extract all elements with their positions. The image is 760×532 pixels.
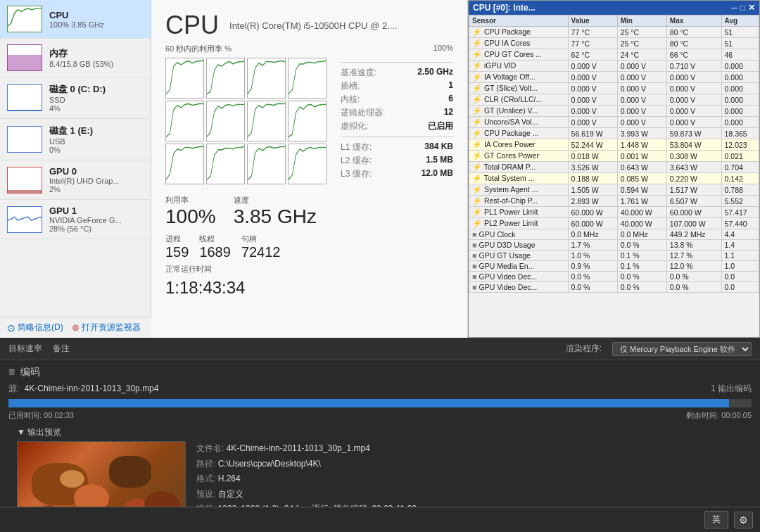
cpu-info: CPU 100% 3.85 GHz [49,10,144,29]
prohibit-icon: ⊗ [72,322,80,333]
thunder-icon: ⚡ [472,129,482,137]
cpu-stats-main: 利用率 100% 速度 3.85 GHz [165,195,327,228]
thread-label: 线程 [199,234,231,244]
render-select[interactable]: 仅 Mercury Playback Engine 软件 [612,342,752,356]
hwinfo-cell-name: ■ GPU GT Usage [469,251,569,261]
disk0-item[interactable]: 磁盘 0 (C: D:) SSD 4% [0,77,151,119]
hwinfo-cell-name: ⚡ PL1 Power Limit [469,207,569,218]
cpu-core-3 [288,58,327,99]
hwinfo-cell-v1: 1.0 % [568,251,617,261]
thunder-icon: ⚡ [472,118,482,126]
handle-stat: 句柄 72412 [241,234,281,260]
hwinfo-cell-v1: 0.000 V [568,94,617,106]
thunder-icon: ⚡ [472,106,482,115]
cpu-item[interactable]: CPU 100% 3.85 GHz [0,0,151,39]
hwinfo-cell-v2: 0.643 W [617,162,666,173]
hwinfo-cell-v4: 0.000 [721,83,759,94]
hwinfo-cell-v4: 51 [721,38,759,49]
open-monitor-button[interactable]: ⊗ 打开资源监视器 [72,322,141,334]
hwinfo-cell-v4: 0.000 [721,94,759,106]
hwinfo-cell-name: ■ GPU Media En... [469,261,569,272]
premiere-bottom-bar: 英 ⚙ [0,507,760,532]
hwinfo-cell-name: ⚡ CPU GT Cores ... [469,49,569,61]
hwinfo-cell-v4: 57.440 [721,218,759,229]
gpu1-label: GPU 1 [49,205,144,216]
maximize-icon[interactable]: □ [740,3,745,13]
hwinfo-cell-v3: 0.0 % [666,282,721,293]
hwinfo-cell-v3: 13.8 % [666,240,721,251]
hwinfo-row: ⚡ IA Cores Power 52.244 W 1.448 W 53.804… [469,139,759,151]
hwinfo-row: ⚡ CLR (CRo/LLC/... 0.000 V 0.000 V 0.000… [469,94,759,106]
hwinfo-cell-v1: 52.244 W [568,139,617,151]
settings-button[interactable]: ⚙ [734,512,753,528]
hwinfo-cell-v4: 0.704 [721,162,759,173]
hwinfo-cell-v2: 0.0 % [617,282,666,293]
cpu-core-0 [165,58,204,99]
grey-icon: ■ [472,272,477,281]
gpu1-item[interactable]: GPU 1 NVIDIA GeForce G... 28% (56 °C) [0,200,151,239]
brief-info-button[interactable]: ⊙ 简略信息(D) [7,322,63,334]
hwinfo-cell-name: ⚡ Total DRAM P... [469,162,569,173]
thread-value: 1689 [199,244,231,260]
mem-sub: 8.4/15.8 GB (53%) [49,60,144,68]
hwinfo-cell-v2: 0.000 V [617,83,666,94]
hwinfo-title: CPU [#0]: Inte... [473,3,536,13]
encode-title: 编码 [20,366,40,379]
cpu-core-9 [206,144,245,184]
hwinfo-row: ⚡ System Agent ... 1.505 W 0.594 W 1.517… [469,184,759,196]
hwinfo-cell-v4: 5.552 [721,196,759,207]
l2-row: L2 缓存: 1.5 MB [341,155,453,167]
cpu-label: CPU [49,10,144,20]
output-count: 1 输出编码 [711,383,752,395]
hwinfo-cell-v1: 0.000 V [568,61,617,72]
hwinfo-cell-v4: 18.365 [721,128,759,139]
thunder-icon: ⚡ [472,219,482,227]
hwinfo-cell-name: ⚡ GT Cores Power [469,151,569,162]
lang-button[interactable]: 英 [704,511,728,528]
l1-row: L1 缓存: 384 KB [341,141,453,153]
col-max: Max [666,15,721,27]
hwinfo-cell-v2: 3.993 W [617,128,666,139]
memory-item[interactable]: 内存 8.4/15.8 GB (53%) [0,39,151,77]
hwinfo-cell-v1: 77 °C [568,27,617,38]
render-select-wrapper: 仅 Mercury Playback Engine 软件 [612,342,752,356]
hwinfo-cell-v3: 60.000 W [666,207,721,218]
hwinfo-cell-v1: 56.619 W [568,128,617,139]
base-speed-label: 基准速度: [341,67,376,79]
hwinfo-cell-name: ⚡ GT (Slice) Volt... [469,83,569,94]
mem-label: 内存 [49,47,144,60]
source-label: 源: 4K-Chimei-inn-2011-1013_30p.mp4 [8,383,158,395]
hwinfo-cell-v4: 4.4 [721,229,759,240]
hwinfo-cell-v2: 40.000 W [617,218,666,229]
grey-icon: ■ [472,230,477,239]
path-value: C:\Users\cpcw\Desktop\4K\ [218,459,321,469]
hwinfo-cell-v4: 0.000 [721,61,759,72]
hwinfo-cell-v2: 24 °C [617,49,666,61]
col-avg: Avg [721,15,759,27]
hwinfo-row: ■ GPU D3D Usage 1.7 % 0.0 % 13.8 % 1.4 [469,240,759,251]
hwinfo-cell-v2: 0.0 % [617,272,666,282]
minimize-icon[interactable]: ─ [731,3,737,13]
cpu-detail-panel: CPU Intel(R) Core(TM) i5-10500H CPU @ 2.… [151,0,468,338]
grey-icon: ■ [472,251,477,260]
gpu0-item[interactable]: GPU 0 Intel(R) UHD Grap... 2% [0,160,151,200]
thunder-icon: ⚡ [472,95,482,103]
close-icon[interactable]: ✕ [748,3,755,13]
hwinfo-panel: CPU [#0]: Inte... ─ □ ✕ Sensor Value Min… [468,0,760,338]
disk0-sub: SSD [49,96,144,104]
disk1-item[interactable]: 磁盘 1 (E:) USB 0% [0,119,151,160]
disk0-mini-graph [7,84,42,111]
hwinfo-cell-v3: 12.7 % [666,251,721,261]
cpu-core-2 [247,58,286,99]
time-row: 已用时间: 00:02:33 剩余时间: 00:00:05 [8,410,752,421]
thunder-icon: ⚡ [472,163,482,171]
gpu1-info: GPU 1 NVIDIA GeForce G... 28% (56 °C) [49,205,144,233]
l2-label: L2 缓存: [341,155,372,167]
hwinfo-cell-name: ■ GPU Video Dec... [469,272,569,282]
cpu-detail-name: Intel(R) Core(TM) i5-10500H CPU @ 2.... [229,20,398,31]
process-value: 159 [165,244,189,260]
hwinfo-row: ⚡ Total System ... 0.188 W 0.085 W 0.220… [469,173,759,184]
output-preview-toggle[interactable]: ▼ 输出预览 [8,426,752,438]
utilization-stat: 利用率 100% [165,195,216,228]
cpu-core-6 [247,101,286,141]
